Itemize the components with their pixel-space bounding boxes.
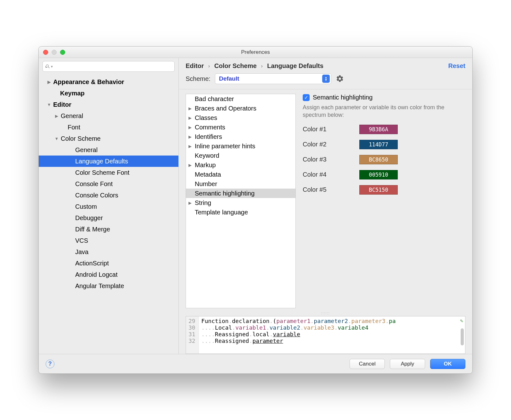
color-row-4: Color #4005910 [303,170,465,179]
color-swatch[interactable]: 9B3B6A [359,125,398,134]
category-list[interactable]: Bad character▶Braces and Operators▶Class… [186,94,296,308]
category-label: Number [195,180,217,188]
sidebar-item-android-logcat[interactable]: Android Logcat [39,269,178,280]
breadcrumb-editor[interactable]: Editor [186,62,204,70]
category-comments[interactable]: ▶Comments [186,122,295,132]
category-label: Braces and Operators [195,105,256,112]
cancel-button[interactable]: Cancel [350,359,385,369]
sidebar-item-label: Android Logcat [75,271,118,278]
category-label: Markup [195,162,216,169]
code-area[interactable]: Function.declaration.(parameter1.paramet… [199,316,465,354]
sidebar-item-console-font[interactable]: Console Font [39,178,178,190]
category-label: Classes [195,114,217,122]
sidebar-item-label: Angular Template [75,282,124,290]
category-label: Comments [195,124,225,131]
search-icon [45,64,50,69]
search-history-icon[interactable]: ▾ [51,65,53,69]
sidebar-item-java[interactable]: Java [39,246,178,258]
category-braces-and-operators[interactable]: ▶Braces and Operators [186,104,295,113]
disclosure-icon: ▶ [188,116,195,120]
sidebar-item-label: Debugger [75,214,103,222]
sidebar-item-console-colors[interactable]: Console Colors [39,190,178,201]
gutter: 29 30 31 32 [186,316,199,354]
color-swatch[interactable]: BC5150 [359,185,398,195]
category-semantic-highlighting[interactable]: Semantic highlighting [186,189,295,198]
sidebar-item-label: Custom [75,203,97,210]
color-swatch[interactable]: 114D77 [359,140,398,149]
color-table: Color #19B3B6AColor #2114D77Color #3BC86… [303,125,465,195]
sidebar-item-vcs[interactable]: VCS [39,235,178,246]
color-label: Color #1 [303,126,347,133]
category-string[interactable]: ▶String [186,198,295,207]
code-preview: 29 30 31 32 Function.declaration.(parame… [186,316,465,354]
footer: ? Cancel Apply OK [39,354,472,373]
sidebar-tree[interactable]: ▶Appearance & BehaviorKeymap▼Editor▶Gene… [39,75,178,354]
category-bad-character[interactable]: Bad character [186,94,295,104]
color-swatch[interactable]: BC8650 [359,155,398,164]
color-row-3: Color #3BC8650 [303,155,465,164]
sidebar-item-color-scheme-font[interactable]: Color Scheme Font [39,167,178,178]
color-label: Color #3 [303,156,347,163]
color-label: Color #2 [303,141,347,148]
breadcrumb: Editor › Color Scheme › Language Default… [179,58,472,71]
pencil-icon[interactable]: ✎ [460,318,463,324]
main-panel: Editor › Color Scheme › Language Default… [179,58,472,354]
scheme-label: Scheme: [186,75,211,82]
sidebar-item-keymap[interactable]: Keymap [39,88,178,99]
reset-link[interactable]: Reset [448,62,465,70]
category-label: Semantic highlighting [195,190,255,197]
category-number[interactable]: Number [186,179,295,189]
sidebar-item-label: Console Font [75,180,113,188]
disclosure-icon: ▼ [54,136,59,141]
sidebar-item-color-scheme[interactable]: ▼Color Scheme [39,133,178,144]
breadcrumb-color-scheme[interactable]: Color Scheme [214,62,256,70]
splitter-handle[interactable]: :::::: [179,311,472,315]
sidebar: ▾ ▶Appearance & BehaviorKeymap▼Editor▶Ge… [39,58,179,354]
category-template-language[interactable]: Template language [186,207,295,217]
color-swatch[interactable]: 005910 [359,170,398,179]
scheme-value: Default [219,75,239,82]
sidebar-item-label: Appearance & Behavior [53,78,124,86]
sidebar-item-label: Console Colors [75,192,118,199]
sidebar-item-font[interactable]: Font [39,122,178,133]
disclosure-icon: ▶ [188,201,195,205]
sidebar-item-label: Color Scheme Font [75,169,129,176]
sidebar-item-debugger[interactable]: Debugger [39,212,178,224]
sidebar-item-appearance-behavior[interactable]: ▶Appearance & Behavior [39,76,178,88]
color-row-5: Color #5BC5150 [303,185,465,195]
sidebar-item-general[interactable]: ▶General [39,110,178,122]
scrollbar-thumb[interactable] [461,328,464,345]
disclosure-icon: ▶ [54,114,59,118]
sidebar-item-label: Diff & Merge [75,226,110,233]
color-label: Color #4 [303,171,347,178]
gear-icon[interactable] [336,75,344,83]
help-button[interactable]: ? [46,360,54,368]
sidebar-item-actionscript[interactable]: ActionScript [39,258,178,269]
scheme-select[interactable]: Default ▲▼ [215,73,331,84]
apply-button[interactable]: Apply [390,359,425,369]
semantic-highlighting-checkbox[interactable]: ✓ [303,94,310,101]
sidebar-item-editor[interactable]: ▼Editor [39,99,178,110]
sidebar-item-angular-template[interactable]: Angular Template [39,280,178,292]
ok-button[interactable]: OK [430,359,465,369]
sidebar-item-language-defaults[interactable]: Language Defaults [39,156,178,167]
category-inline-parameter-hints[interactable]: ▶Inline parameter hints [186,141,295,151]
category-keyword[interactable]: Keyword [186,151,295,160]
category-metadata[interactable]: Metadata [186,170,295,179]
sidebar-item-label: Keymap [60,90,85,97]
semantic-description: Assign each parameter or variable its ow… [303,104,465,119]
window-title: Preferences [39,49,472,55]
category-label: String [195,199,211,207]
semantic-highlighting-label: Semantic highlighting [313,94,373,101]
search-input[interactable]: ▾ [42,61,175,72]
sidebar-item-diff-merge[interactable]: Diff & Merge [39,224,178,235]
category-identifiers[interactable]: ▶Identifiers [186,132,295,141]
category-label: Identifiers [195,133,222,140]
sidebar-item-general[interactable]: General [39,144,178,156]
category-classes[interactable]: ▶Classes [186,113,295,122]
sidebar-item-label: ActionScript [75,260,109,267]
category-markup[interactable]: ▶Markup [186,160,295,170]
sidebar-item-custom[interactable]: Custom [39,201,178,212]
disclosure-icon: ▶ [188,125,195,130]
disclosure-icon: ▶ [188,144,195,149]
